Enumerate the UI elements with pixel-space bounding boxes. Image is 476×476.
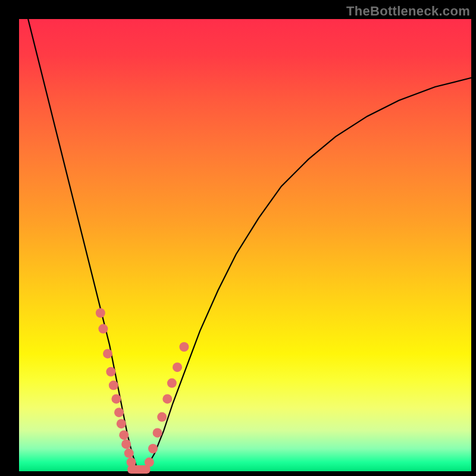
marker-dot	[111, 394, 121, 403]
marker-dot	[103, 349, 112, 358]
marker-dot	[124, 449, 134, 458]
marker-dot	[106, 367, 115, 377]
markers-right-group	[145, 342, 189, 467]
marker-dot	[114, 408, 124, 417]
marker-dot	[98, 324, 108, 334]
plot-area	[19, 19, 471, 471]
valley-pill	[127, 465, 150, 474]
marker-dot	[119, 430, 129, 440]
chart-frame: TheBottleneck.com	[0, 0, 476, 476]
marker-dot	[148, 444, 158, 453]
chart-svg	[19, 19, 471, 471]
marker-dot	[153, 428, 162, 437]
marker-dot	[96, 308, 105, 318]
marker-dot	[162, 394, 172, 403]
marker-dot	[157, 412, 167, 422]
marker-dot	[109, 381, 118, 390]
watermark-text: TheBottleneck.com	[346, 4, 470, 19]
marker-dot	[167, 378, 177, 388]
marker-dot	[173, 362, 182, 372]
marker-dot	[121, 439, 131, 449]
markers-left-group	[96, 308, 136, 467]
marker-dot	[179, 342, 189, 352]
marker-dot	[117, 419, 126, 428]
bottleneck-curve	[28, 19, 471, 471]
